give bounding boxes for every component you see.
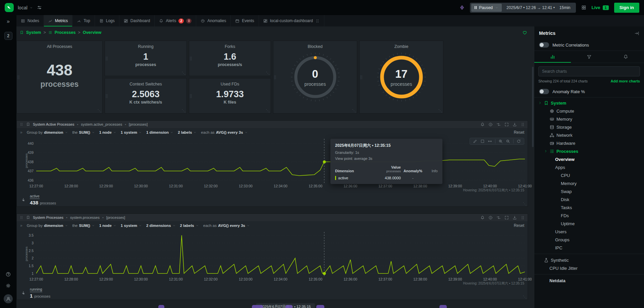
breadcrumb-system[interactable]: System	[26, 30, 41, 35]
sidebar-item-system[interactable]: System	[534, 99, 644, 107]
drag-handle[interactable]: ⣿	[105, 57, 108, 60]
chevron-right-icon[interactable]	[544, 149, 549, 153]
breadcrumb-processes[interactable]: Processes	[55, 30, 76, 35]
chart-alerts-icon[interactable]	[480, 122, 485, 127]
tab-top[interactable]: Top	[72, 15, 95, 26]
sidebar-item-hardware[interactable]: Hardware	[534, 139, 644, 147]
spaces-icon[interactable]	[581, 5, 586, 10]
chart-compare-icon[interactable]	[496, 215, 501, 220]
resize-handle[interactable]: ⋱	[523, 202, 527, 206]
tab-alerts[interactable]: Alerts20	[155, 15, 196, 26]
toolbar-chip-sum[interactable]: theSUM()	[72, 130, 95, 134]
sidebar-item-tasks[interactable]: Tasks	[534, 203, 644, 211]
tab-logs[interactable]: Logs	[95, 15, 119, 26]
drag-handle-icon[interactable]	[19, 215, 23, 220]
chart-download-icon[interactable]	[513, 215, 517, 220]
sidebar-item-memory[interactable]: Memory	[534, 115, 644, 123]
sidebar-item-groups[interactable]: Groups	[534, 236, 644, 244]
chart-plot-area[interactable]: processes 3.532.521.51 12:27:0012:28:001…	[17, 230, 528, 286]
sidebar-item-ipc[interactable]: IPC	[534, 244, 644, 252]
sidebar-item-apps[interactable]: Apps	[534, 163, 644, 171]
expand-sidebar-icon[interactable]: »	[7, 18, 10, 24]
tab-alerts[interactable]	[607, 51, 644, 63]
search-charts-input[interactable]	[538, 66, 640, 76]
card-blocked-gauge[interactable]: ⣿ Blocked 0 processes ⋱	[273, 41, 357, 114]
toolbar-chip-2-labels[interactable]: 2 labels	[178, 130, 197, 134]
zoom-out-icon[interactable]	[506, 139, 510, 143]
sidebar-item-uptime[interactable]: Uptime	[534, 220, 644, 228]
anomalies-grape-icon[interactable]	[460, 5, 465, 10]
sidebar-item-fds[interactable]: FDs	[534, 211, 644, 220]
toolbar-chip-2-dimensions[interactable]: 2 dimensions	[146, 224, 176, 228]
chart-info-icon[interactable]	[488, 215, 493, 220]
toolbar-chip-sum[interactable]: theSUM()	[72, 224, 95, 228]
date-range[interactable]: 2025/6/7 • 12:26 → 12:41 •	[502, 5, 559, 10]
duration-label[interactable]: 15min	[559, 5, 575, 10]
help-icon[interactable]	[5, 271, 11, 277]
tab-local-custom-dashboard[interactable]: local-custom-dashboard	[259, 15, 324, 26]
toolbar-chip-avg-every-3s[interactable]: each asAVG() every 3s	[201, 130, 248, 134]
tab-charts[interactable]	[534, 51, 571, 63]
breadcrumb-overview[interactable]: Overview	[83, 30, 102, 35]
add-more-charts-link[interactable]: Add more charts	[611, 79, 640, 83]
node-count-badge[interactable]: 2	[4, 32, 12, 40]
chart-download-icon[interactable]	[513, 122, 517, 127]
toolbar-chip-dimension[interactable]: Group bydimension	[27, 130, 68, 134]
tab-dashboard[interactable]: Dashboard	[119, 15, 155, 26]
sidebar-item-storage[interactable]: Storage	[534, 123, 644, 131]
highlight-icon[interactable]	[473, 139, 477, 143]
pan-icon[interactable]	[488, 139, 492, 143]
toolbar-chip-1-node[interactable]: 1 node	[99, 130, 116, 134]
chart-menu-icon[interactable]	[521, 122, 525, 127]
card-context-switches[interactable]: ⣿ Context Switches 2.5063 K ctx switches…	[105, 78, 187, 114]
drag-handle[interactable]: ⣿	[190, 94, 192, 98]
chart-menu-icon[interactable]	[521, 215, 525, 220]
chart-compare-icon[interactable]	[496, 122, 501, 127]
collapse-sidebar-icon[interactable]	[634, 31, 639, 36]
tab-events[interactable]: Events	[231, 15, 259, 26]
toolbar-chip-avg-every-3s[interactable]: each asAVG() every 3s	[203, 224, 250, 228]
toolbar-chip-1-system[interactable]: 1 system	[121, 224, 142, 228]
tab-filters[interactable]	[571, 51, 607, 63]
toolbar-collapse-icon[interactable]: »	[20, 223, 22, 228]
chevron-right-icon[interactable]	[538, 101, 544, 105]
tab-anomalies[interactable]: Anomalies	[196, 15, 231, 26]
node-config-icon[interactable]	[37, 5, 42, 10]
drag-handle[interactable]: ⣿	[17, 75, 20, 79]
sidebar-item-swap[interactable]: Swap	[534, 187, 644, 195]
anomaly-rate-toggle[interactable]	[539, 89, 549, 94]
sort-dimensions-icon[interactable]	[21, 291, 26, 296]
chart-fullscreen-icon[interactable]	[504, 122, 509, 127]
tab-metrics[interactable]: Metrics	[44, 15, 73, 26]
card-forks[interactable]: ⣿ Forks 1.6 processes/s ⋱	[189, 41, 271, 76]
chart-plot-area[interactable]: processes 440439438437436 12:27:0012:28:…	[17, 137, 528, 193]
sidebar-item-disk[interactable]: Disk	[534, 195, 644, 203]
card-running[interactable]: ⣿ Running 1 processes ⋱	[105, 41, 187, 76]
reset-button[interactable]: Reset	[514, 223, 524, 228]
select-area-icon[interactable]	[480, 139, 485, 143]
scrollbar-thumb[interactable]	[532, 67, 534, 147]
toolbar-chip-1-node[interactable]: 1 node	[99, 224, 116, 228]
sidebar-item-overview[interactable]: Overview	[534, 155, 644, 163]
legend-dimension[interactable]: active 438 processes	[30, 194, 56, 205]
user-avatar[interactable]	[4, 294, 13, 303]
sidebar-item-memory[interactable]: Memory	[534, 179, 644, 187]
drag-handle[interactable]: ⣿	[105, 94, 108, 98]
sidebar-item-synthetic[interactable]: Synthetic	[534, 256, 644, 264]
sidebar-item-compute[interactable]: Compute	[534, 107, 644, 115]
drag-handle[interactable]: ⣿	[360, 75, 363, 79]
zoom-in-icon[interactable]	[498, 139, 503, 143]
toolbar-chip-2-labels[interactable]: 2 labels	[180, 224, 199, 228]
tab-nodes[interactable]: Nodes	[16, 15, 44, 26]
resize-handle[interactable]: ⋱	[98, 109, 101, 113]
chart-info-icon[interactable]	[488, 122, 493, 127]
toolbar-chip-dimension[interactable]: Group bydimension	[27, 224, 68, 228]
sidebar-item-network[interactable]: Network	[534, 131, 644, 139]
paused-button[interactable]: Paused	[471, 4, 502, 12]
sidebar-item-cpu[interactable]: CPU	[534, 171, 644, 179]
sort-dimensions-icon[interactable]	[21, 197, 26, 202]
card-used-fds[interactable]: ⣿ Used FDs 1.9733 K files ⋱	[189, 78, 271, 114]
node-switcher[interactable]: local	[18, 5, 33, 10]
pin-icon[interactable]	[26, 215, 30, 220]
netdata-logo[interactable]	[5, 3, 14, 12]
